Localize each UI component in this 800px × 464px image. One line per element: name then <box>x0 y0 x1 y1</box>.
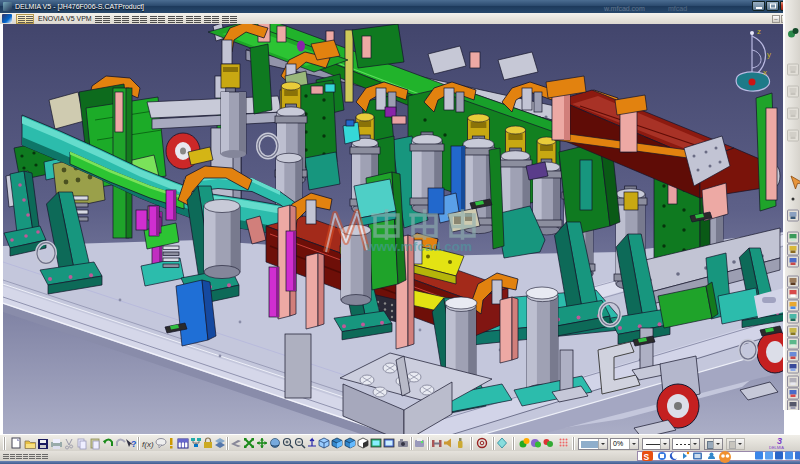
svg-text:x: x <box>763 68 767 77</box>
svg-text:f(x): f(x) <box>142 440 154 449</box>
svg-text:S: S <box>644 452 650 462</box>
svg-text:www.mfcad.com: www.mfcad.com <box>365 239 472 254</box>
svg-text:?: ? <box>131 439 137 449</box>
svg-text:y: y <box>767 50 771 59</box>
svg-text:z: z <box>757 27 761 36</box>
